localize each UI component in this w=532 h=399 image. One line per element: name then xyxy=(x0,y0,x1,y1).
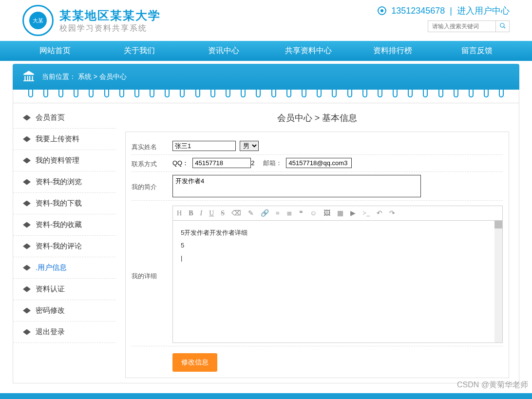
rich-editor: H B I U S ⌫ ✎ 🔗 ≡ ≣ ❝ ☺ xyxy=(172,206,503,343)
underline-icon[interactable]: U xyxy=(209,209,214,217)
sidebar-item-userinfo[interactable]: .用户信息 xyxy=(13,257,115,279)
code-icon[interactable]: >_ xyxy=(362,209,370,217)
phone-icon xyxy=(378,6,386,15)
video-icon[interactable]: ▶ xyxy=(350,209,356,217)
redo-icon[interactable]: ↷ xyxy=(389,209,395,217)
label-name: 真实姓名 xyxy=(132,141,166,152)
phone-number: 13512345678 xyxy=(391,6,445,16)
editor-content[interactable]: 5开发作者开发作者详细 5 | xyxy=(173,221,502,270)
graduation-icon xyxy=(23,201,31,207)
undo-icon[interactable]: ↶ xyxy=(377,209,382,217)
sidebar-item-browse[interactable]: 资料-我的浏览 xyxy=(13,171,115,193)
graduation-icon xyxy=(23,158,31,164)
emoji-icon[interactable]: ☺ xyxy=(310,209,317,217)
sidebar-item-favorite[interactable]: 资料-我的收藏 xyxy=(13,214,115,236)
graduation-icon xyxy=(23,115,31,121)
graduation-icon xyxy=(23,286,31,292)
link-icon[interactable]: 🔗 xyxy=(261,209,269,217)
sidebar-item-verify[interactable]: 资料认证 xyxy=(13,279,115,300)
label-detail: 我的详细 xyxy=(132,204,166,343)
graduation-icon xyxy=(23,244,31,249)
spiral-decoration xyxy=(13,90,519,103)
label-email: 邮箱： xyxy=(263,159,282,168)
graduation-icon xyxy=(23,308,31,314)
label-qq: QQ： xyxy=(172,159,189,168)
svg-line-1 xyxy=(503,26,505,28)
email-input[interactable] xyxy=(286,158,352,168)
graduation-icon xyxy=(23,222,31,228)
label-intro: 我的简介 xyxy=(132,175,166,191)
nav-share[interactable]: 共享资料中心 xyxy=(266,41,350,61)
quote-icon[interactable]: ❝ xyxy=(299,209,303,217)
intro-textarea[interactable] xyxy=(172,175,421,197)
search-input[interactable] xyxy=(428,20,496,32)
erase-icon[interactable]: ⌫ xyxy=(231,209,241,217)
qq-input[interactable] xyxy=(192,158,251,168)
university-logo: 大某 xyxy=(22,5,54,36)
image-icon[interactable]: 🖼 xyxy=(323,209,330,217)
heading-icon[interactable]: H xyxy=(177,209,182,217)
sidebar-item-logout[interactable]: 退出登录 xyxy=(13,322,115,343)
sidebar-item-download[interactable]: 资料-我的下载 xyxy=(13,193,115,214)
bold-icon[interactable]: B xyxy=(189,209,193,217)
align-icon[interactable]: ≣ xyxy=(286,209,292,217)
nav-news[interactable]: 资讯中心 xyxy=(182,41,266,61)
site-title: 某某地区某某大学 xyxy=(59,8,161,23)
sidebar-item-password[interactable]: 密码修改 xyxy=(13,300,115,322)
label-contact: 联系方式 xyxy=(132,158,166,169)
breadcrumb: 当前位置： 系统 > 会员中心 xyxy=(42,73,127,81)
strike-icon[interactable]: S xyxy=(221,209,225,217)
page-title: 会员中心 > 基本信息 xyxy=(125,108,509,132)
nav-feedback[interactable]: 留言反馈 xyxy=(435,41,519,61)
sidebar-item-home[interactable]: 会员首页 xyxy=(13,107,115,129)
user-center-link[interactable]: 进入用户中心 xyxy=(457,5,510,17)
svg-point-0 xyxy=(500,23,504,27)
graduation-icon xyxy=(23,179,31,185)
search-button[interactable] xyxy=(496,20,510,32)
graduation-icon xyxy=(23,329,31,335)
nav-ranking[interactable]: 资料排行榜 xyxy=(350,41,435,61)
color-icon[interactable]: ✎ xyxy=(248,209,254,217)
name-input[interactable] xyxy=(172,141,236,151)
sidebar-item-upload[interactable]: 我要上传资料 xyxy=(13,129,115,150)
graduation-icon xyxy=(23,265,31,271)
site-subtitle: 校园学习资料共享系统 xyxy=(59,23,161,34)
scrollbar[interactable] xyxy=(494,221,502,342)
nav-about[interactable]: 关于我们 xyxy=(97,41,181,61)
nav-home[interactable]: 网站首页 xyxy=(13,41,97,61)
italic-icon[interactable]: I xyxy=(200,209,202,217)
gender-select[interactable]: 男 xyxy=(240,141,259,151)
sidebar: 会员首页 我要上传资料 我的资料管理 资料-我的浏览 资料-我的下载 资料-我的… xyxy=(13,103,115,383)
sidebar-item-comment[interactable]: 资料-我的评论 xyxy=(13,236,115,257)
graduation-icon xyxy=(23,136,31,142)
building-icon xyxy=(22,70,35,84)
table-icon[interactable]: ▦ xyxy=(337,209,343,217)
submit-button[interactable]: 修改信息 xyxy=(172,353,217,372)
list-icon[interactable]: ≡ xyxy=(276,209,280,217)
sidebar-item-manage[interactable]: 我的资料管理 xyxy=(13,150,115,171)
